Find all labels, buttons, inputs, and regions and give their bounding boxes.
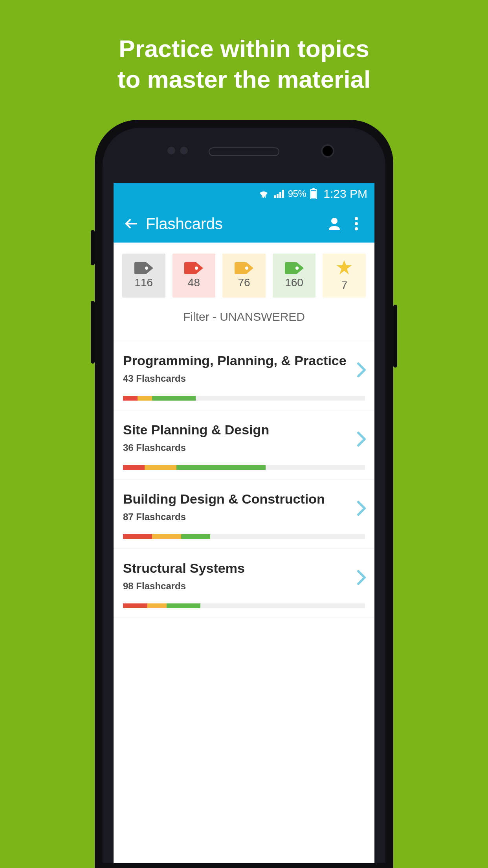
progress-segment-green [176,465,266,470]
tag-icon [134,262,153,274]
progress-segment-yellow [145,465,176,470]
arrow-left-icon [124,216,139,232]
filter-chip-unanswered[interactable]: 116 [122,254,165,298]
screen: 95% 1:23 PM Flashcards [114,183,374,863]
svg-point-4 [355,217,358,220]
signal-icon [273,189,284,199]
topic-subtitle: 43 Flashcards [123,373,365,384]
progress-bar [123,465,365,470]
star-icon [336,259,352,277]
chip-count: 116 [134,276,153,289]
back-button[interactable] [121,213,143,235]
progress-segment-yellow [152,534,181,539]
svg-rect-2 [311,191,316,198]
filter-chip-row: 116 48 76 160 7 [114,243,374,301]
topic-row[interactable]: Structural Systems98 Flashcards [114,549,374,618]
svg-point-8 [195,267,198,270]
chip-count: 48 [188,276,200,289]
phone-camera [321,144,334,158]
chevron-right-icon [357,501,366,517]
promo-line1: Practice within topics [0,33,488,64]
progress-segment-red [123,603,147,608]
svg-point-10 [295,267,299,270]
filter-chip-easy[interactable]: 160 [273,254,316,298]
svg-point-9 [245,267,248,270]
topic-title: Programming, Planning, & Practice [123,353,365,368]
promo-headline: Practice within topics to master the mat… [0,33,488,94]
wifi-icon [258,189,269,199]
progress-bar [123,534,365,539]
progress-bar [123,396,365,401]
progress-segment-green [152,396,196,401]
filter-label: Filter - UNANSWERED [114,301,374,341]
phone-frame: 95% 1:23 PM Flashcards [95,120,393,868]
chevron-right-icon [357,362,366,379]
chip-count: 7 [341,279,347,292]
progress-segment-red [123,396,138,401]
status-time: 1:23 PM [323,187,367,200]
svg-point-3 [331,218,338,224]
phone-sensors [167,147,188,154]
phone-side-button [91,301,95,364]
filter-chip-medium[interactable]: 76 [222,254,266,298]
progress-segment-red [123,534,152,539]
phone-side-button [393,305,397,368]
topic-row[interactable]: Building Design & Construction87 Flashca… [114,480,374,549]
topic-subtitle: 36 Flashcards [123,442,365,453]
promo-line2: to master the material [0,64,488,95]
progress-bar [123,603,365,608]
person-icon [327,217,341,231]
chevron-right-icon [357,432,366,448]
overflow-menu-button[interactable] [345,213,367,235]
topic-title: Site Planning & Design [123,422,365,438]
filter-label-value: UNANSWERED [220,310,305,323]
topic-subtitle: 98 Flashcards [123,581,365,592]
svg-point-6 [355,227,358,230]
status-bar: 95% 1:23 PM [114,183,374,205]
filter-label-prefix: Filter - [183,310,220,323]
progress-segment-yellow [147,603,167,608]
filter-chip-hard[interactable]: 48 [172,254,216,298]
topic-row[interactable]: Programming, Planning, & Practice43 Flas… [114,341,374,410]
tag-icon [184,262,203,274]
phone-inner: 95% 1:23 PM Flashcards [103,128,385,863]
phone-side-button [91,230,95,265]
chevron-right-icon [357,570,366,587]
battery-percentage: 95% [288,188,306,199]
filter-chip-starred[interactable]: 7 [323,254,366,298]
progress-segment-red [123,465,145,470]
topic-row[interactable]: Site Planning & Design36 Flashcards [114,410,374,480]
app-bar: Flashcards [114,205,374,243]
svg-point-5 [355,222,358,225]
profile-button[interactable] [323,213,345,235]
chip-count: 160 [285,276,303,289]
tag-icon [285,262,304,274]
progress-segment-green [167,603,200,608]
svg-point-7 [145,267,148,270]
progress-segment-yellow [138,396,152,401]
topics-list: Programming, Planning, & Practice43 Flas… [114,341,374,618]
topic-subtitle: 87 Flashcards [123,511,365,522]
battery-icon [310,188,317,199]
phone-speaker [209,147,279,156]
chip-count: 76 [238,276,250,289]
more-vert-icon [354,217,358,231]
progress-segment-green [181,534,210,539]
topic-title: Building Design & Construction [123,491,365,507]
page-title: Flashcards [146,215,323,233]
tag-icon [235,262,253,274]
topic-title: Structural Systems [123,561,365,576]
